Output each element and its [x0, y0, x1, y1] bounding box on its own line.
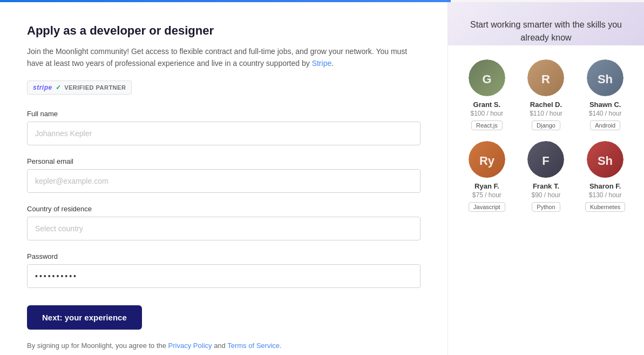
country-input[interactable] — [27, 217, 421, 240]
profile-card: Ry Ryan F. $75 / hour Javascript — [461, 141, 513, 212]
country-group: Country of residence — [27, 205, 421, 240]
svg-text:G: G — [482, 72, 491, 86]
checkmark-icon: ✓ — [56, 84, 62, 91]
avatar: R — [527, 59, 564, 96]
stripe-link[interactable]: Stripe — [312, 59, 332, 68]
skill-badge: Android — [590, 120, 620, 130]
svg-text:Ry: Ry — [479, 154, 495, 168]
left-panel: Apply as a developer or designer Join th… — [0, 2, 448, 355]
terms-text: By signing up for Moonlight, you agree t… — [27, 341, 421, 350]
profile-name: Shawn C. — [589, 101, 621, 109]
panel-title: Start working smarter with the skills yo… — [461, 18, 631, 44]
profile-card: G Grant S. $100 / hour React.js — [461, 59, 513, 130]
terms-of-service-link[interactable]: Terms of Service — [227, 341, 280, 350]
right-panel: Start working smarter with the skills yo… — [448, 2, 644, 355]
password-input[interactable] — [27, 264, 421, 288]
form-description: Join the Moonlight community! Get access… — [27, 45, 421, 70]
skill-badge: Python — [532, 202, 560, 212]
avatar: G — [469, 59, 505, 96]
skill-badge: Javascript — [469, 202, 505, 212]
profile-rate: $90 / hour — [531, 191, 560, 199]
svg-text:Sh: Sh — [598, 72, 613, 86]
profile-rate: $110 / hour — [530, 110, 562, 117]
full-name-input[interactable] — [27, 122, 421, 145]
profile-rate: $130 / hour — [589, 191, 622, 199]
svg-text:Sh: Sh — [598, 154, 613, 168]
profiles-grid: G Grant S. $100 / hour React.js R — [461, 59, 631, 212]
avatar: Sh — [587, 59, 623, 96]
avatar: Ry — [469, 141, 505, 178]
profile-name: Ryan F. — [474, 182, 499, 190]
profile-card: Sh Shawn C. $140 / hour Android — [579, 59, 631, 130]
svg-text:R: R — [542, 72, 551, 86]
profile-rate: $100 / hour — [470, 110, 503, 117]
full-name-group: Full name — [27, 110, 421, 145]
skill-badge: Kubernetes — [585, 202, 625, 212]
profile-card: R Rachel D. $110 / hour Django — [520, 59, 572, 130]
stripe-logo: stripe — [33, 84, 52, 91]
email-group: Personal email — [27, 157, 421, 193]
country-label: Country of residence — [27, 205, 421, 213]
page-title: Apply as a developer or designer — [27, 24, 421, 38]
password-group: Password — [27, 252, 421, 288]
email-label: Personal email — [27, 157, 421, 165]
profile-rate: $140 / hour — [589, 110, 622, 117]
svg-text:F: F — [543, 154, 550, 168]
skill-badge: Django — [532, 120, 560, 130]
password-label: Password — [27, 252, 421, 260]
stripe-verified-badge: stripe ✓ VERIFIED PARTNER — [27, 81, 132, 95]
profile-rate: $75 / hour — [472, 191, 501, 199]
profile-name: Sharon F. — [589, 182, 621, 190]
next-button[interactable]: Next: your experience — [27, 305, 142, 330]
profile-name: Grant S. — [473, 101, 501, 109]
profile-card: Sh Sharon F. $130 / hour Kubernetes — [579, 141, 631, 212]
avatar: Sh — [587, 141, 623, 178]
avatar: F — [527, 141, 564, 178]
privacy-policy-link[interactable]: Privacy Policy — [168, 341, 212, 350]
verified-text: VERIFIED PARTNER — [64, 84, 126, 91]
full-name-label: Full name — [27, 110, 421, 118]
profile-name: Frank T. — [533, 182, 559, 190]
profile-card: F Frank T. $90 / hour Python — [520, 141, 572, 212]
profile-name: Rachel D. — [530, 101, 562, 109]
email-input[interactable] — [27, 169, 421, 193]
skill-badge: React.js — [471, 120, 503, 130]
